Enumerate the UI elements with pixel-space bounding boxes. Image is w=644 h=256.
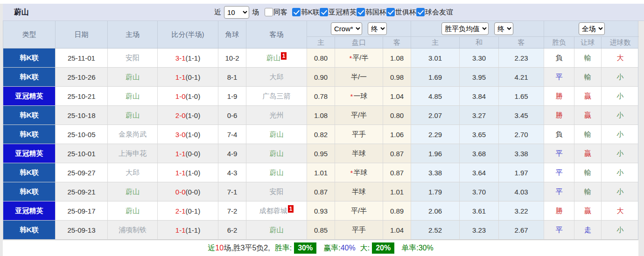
subheader-avg-home: 主 [411, 37, 460, 48]
home-team[interactable]: 安阳 [126, 54, 140, 62]
same-away-filter[interactable]: 同客 [265, 8, 287, 17]
filter-bar: 近 10 场 同客 韩K联 亚冠精英 [212, 4, 453, 21]
league-filter-friendly[interactable]: 球会友谊 [416, 8, 453, 17]
same-away-checkbox[interactable] [265, 8, 273, 16]
summary-count: 10 [215, 244, 224, 252]
score-ht: (0-0) [186, 188, 201, 196]
score-ft: 0-0 [175, 188, 186, 196]
goals-cell: 小 [602, 182, 639, 201]
score-ft: 1-0 [175, 92, 186, 100]
avg-draw: 3.95 [460, 68, 499, 86]
handicap-state-select[interactable]: 终 [368, 22, 387, 35]
single-rate-value: 30% [419, 244, 434, 252]
home-team[interactable]: 金泉尚武 [119, 130, 147, 139]
date-cell: 25-10-05 [56, 125, 108, 144]
away-team[interactable]: 大邱 [270, 73, 284, 82]
score-cell: 1-1(0-0) [158, 144, 218, 163]
avg-home: 2.06 [411, 201, 460, 220]
kleague-label: 韩K联 [301, 8, 320, 17]
col-header-corner: 角球 [218, 21, 246, 48]
handicap-result-cell: 贏 [574, 201, 602, 220]
league-cell: 韩K联 [3, 163, 56, 182]
handicap-line: 半/一 [351, 73, 367, 82]
kleague-checkbox[interactable] [292, 8, 301, 16]
league-cell: 亚冠精英 [3, 201, 56, 220]
home-team[interactable]: 上海申花 [119, 149, 147, 158]
avg-state-select[interactable]: 终 [494, 22, 513, 35]
avg-home: 2.52 [411, 221, 460, 239]
away-team[interactable]: 广岛三箭 [263, 92, 291, 101]
friendly-checkbox[interactable] [416, 8, 425, 16]
handicap-line: 半球 [352, 187, 366, 196]
handicap-home-odds: 0.87 [307, 182, 335, 201]
profit-rate-label: 赢率: [323, 243, 340, 253]
club-wc-checkbox[interactable] [386, 8, 395, 16]
away-team[interactable]: 蔚山 [270, 168, 284, 177]
scope-select[interactable]: 全场 [579, 22, 605, 35]
away-count-badge: 1 [288, 205, 294, 213]
avg-type-select[interactable]: 胜平负均值 [441, 22, 489, 35]
handicap-line: 平手 [352, 130, 366, 139]
games-count-select[interactable]: 10 [224, 6, 249, 19]
league-cell: 韩K联 [3, 106, 56, 125]
home-team[interactable]: 蔚山 [126, 73, 140, 82]
away-cell: 成都蓉城1 [246, 201, 307, 220]
date-cell: 25-10-01 [56, 144, 108, 163]
corner-cell: 7-2 [218, 201, 246, 220]
title-bar: 蔚山 近 10 场 同客 韩K联 亚冠精英 [3, 4, 644, 21]
result-cell: 負 [544, 48, 574, 67]
away-team[interactable]: 蔚山 [270, 149, 284, 158]
corner-cell: 7-4 [218, 125, 246, 144]
handicap-cell: 半球 [335, 182, 383, 201]
away-count-badge: 1 [281, 52, 287, 60]
league-filter-acl[interactable]: 亚冠精英 [320, 8, 357, 17]
corner-cell: 8-1 [218, 68, 246, 86]
result-cell: 平 [544, 163, 574, 182]
score-cell: 1-1(1-0) [158, 163, 218, 182]
handicap-home-odds: 1.08 [307, 106, 335, 125]
home-team[interactable]: 蔚山 [126, 92, 140, 101]
korea-cup-checkbox[interactable] [357, 8, 365, 16]
result-cell: 負 [544, 125, 574, 144]
content: 蔚山 近 10 场 同客 韩K联 亚冠精英 [3, 4, 644, 256]
home-team[interactable]: 大邱 [126, 168, 140, 177]
score-ft: 3-0 [175, 131, 186, 138]
league-cell: 韩K联 [3, 48, 56, 67]
early-odds-star-icon: * [350, 92, 353, 100]
home-team[interactable]: 蔚山 [126, 187, 140, 196]
away-team[interactable]: 成都蓉城 [259, 207, 287, 215]
handicap-result-cell: 輸 [574, 182, 602, 201]
goals-cell: 大 [602, 201, 639, 220]
away-team[interactable]: 蔚山 [270, 130, 284, 139]
subheader-handicap-away: 客 [383, 37, 411, 48]
avg-draw: 3.65 [460, 125, 499, 144]
bookmaker-select[interactable]: Crow* [331, 22, 362, 35]
friendly-label: 球会友谊 [425, 8, 453, 17]
avg-home: 1.96 [411, 144, 460, 163]
col-header-home: 主场 [108, 21, 158, 48]
handicap-cell: *一球 [335, 87, 383, 105]
league-filter-club-wc[interactable]: 世俱杯 [386, 8, 416, 17]
league-filter-kleague[interactable]: 韩K联 [292, 8, 320, 17]
league-cell: 亚冠精英 [3, 87, 56, 105]
result-cell: 平 [544, 68, 574, 86]
away-team[interactable]: 蔚山 [270, 226, 284, 235]
goals-cell: 小 [602, 125, 639, 144]
home-team[interactable]: 蔚山 [126, 207, 140, 215]
summary-prefix: 近 [208, 243, 215, 253]
acl-checkbox[interactable] [320, 8, 328, 16]
handicap-cell: 半球 [335, 144, 383, 163]
away-team[interactable]: 光州 [270, 111, 284, 120]
table-row: 亚冠精英 25-10-21 蔚山 1-0(1-0) 1-9 广岛三箭 0.78 … [3, 87, 638, 106]
away-team[interactable]: 安阳 [270, 187, 284, 196]
away-team[interactable]: 蔚山 [266, 54, 280, 62]
matches-table: 类型 日期 主场 比分(半场) 角球 客场 Crow* 终 胜平负均值 终 全场… [3, 21, 638, 240]
handicap-away-odds: 0.87 [383, 163, 411, 182]
home-team[interactable]: 蔚山 [126, 111, 140, 120]
league-filter-korea-cup[interactable]: 韩国杯 [357, 8, 386, 17]
early-odds-star-icon: * [350, 169, 353, 177]
big-rate-badge: 20% [372, 242, 394, 254]
home-team[interactable]: 浦项制铁 [119, 226, 147, 235]
corner-cell: 4-3 [218, 163, 246, 182]
handicap-away-odds: 1.01 [383, 182, 411, 201]
